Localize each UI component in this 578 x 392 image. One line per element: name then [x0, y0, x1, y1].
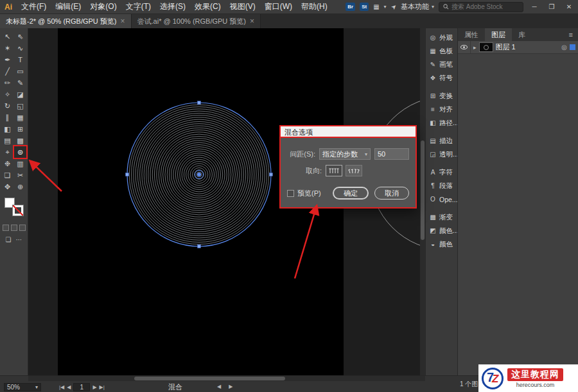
column-graph-tool[interactable]: ▥	[14, 158, 27, 169]
next-artboard-button[interactable]: ▶	[92, 384, 96, 390]
first-artboard-button[interactable]: |◀	[59, 384, 64, 390]
rail-item-appearance[interactable]: ◎外观	[426, 31, 457, 44]
dialog-title[interactable]: 混合选项	[281, 126, 416, 138]
selection-tool[interactable]: ↖	[1, 31, 14, 42]
menu-item[interactable]: 效果(C)	[190, 1, 225, 12]
type-tool[interactable]: T	[14, 54, 27, 65]
gradient-tool[interactable]: ▩	[14, 135, 27, 146]
document-tab[interactable]: 尝试.ai* @ 100% (RGB/GPU 预览)×	[132, 14, 261, 28]
panel-tab-属性[interactable]: 属性	[458, 28, 485, 41]
align-to-path-button[interactable]	[346, 165, 362, 176]
restore-button[interactable]: ❐	[545, 3, 558, 10]
previous-artboard-button[interactable]: ◀	[67, 384, 71, 390]
eyedropper-tool[interactable]: ⌖	[1, 146, 14, 158]
perspective-grid-tool[interactable]: ⊞	[14, 123, 27, 135]
workspace-switcher[interactable]: 基本功能 ▾	[401, 2, 434, 12]
rail-item-brushes[interactable]: ✎画笔	[426, 58, 457, 71]
shaper-tool[interactable]: ✧	[1, 89, 14, 100]
draw-behind-button[interactable]	[11, 225, 17, 231]
paintbrush-tool[interactable]: ✏	[1, 77, 14, 89]
menu-item[interactable]: 文字(T)	[121, 1, 155, 12]
symbol-sprayer-tool[interactable]: ❉	[1, 158, 14, 169]
vertical-scrollbar-thumb[interactable]	[421, 141, 425, 240]
rail-item-character[interactable]: A字符	[426, 166, 457, 179]
layer-name[interactable]: 图层 1	[496, 42, 516, 52]
free-transform-tool[interactable]: ▦	[14, 112, 27, 123]
scale-tool[interactable]: ◱	[14, 100, 27, 112]
draw-inside-button[interactable]	[19, 225, 26, 231]
rail-item-paragraph[interactable]: ¶段落	[426, 179, 457, 192]
menu-item[interactable]: 文件(F)	[17, 1, 51, 12]
last-artboard-button[interactable]: ▶|	[100, 384, 105, 390]
close-button[interactable]: ✕	[563, 3, 575, 10]
rail-item-transparency[interactable]: ◲透明...	[426, 148, 457, 161]
eraser-tool[interactable]: ◪	[14, 89, 27, 100]
rail-item-swatches[interactable]: ▦色板	[426, 44, 457, 58]
rail-item-stroke[interactable]: ▤描边	[426, 134, 457, 148]
menu-item[interactable]: 窗口(W)	[260, 1, 297, 12]
scroll-right-button[interactable]: ▶	[229, 384, 232, 389]
menu-item[interactable]: 对象(O)	[85, 1, 121, 12]
panel-tab-库[interactable]: 库	[512, 28, 532, 41]
lasso-tool[interactable]: ∿	[14, 42, 27, 54]
stock-icon[interactable]: St	[360, 3, 369, 11]
spacing-select[interactable]: 指定的步数 ▾	[319, 148, 371, 160]
artboard-tool[interactable]: ❏	[1, 169, 14, 181]
rail-item-color-guide[interactable]: ◩颜色...	[426, 224, 457, 237]
rotate-tool[interactable]: ↻	[1, 100, 14, 112]
ok-button[interactable]: 确定	[333, 187, 369, 200]
direct-selection-tool[interactable]: ⇖	[14, 31, 27, 42]
visibility-cell[interactable]	[458, 41, 471, 53]
document-tab[interactable]: 未标题-2* @ 50% (RGB/GPU 预览)×	[0, 14, 132, 28]
rail-item-pathfinder[interactable]: ◧路径...	[426, 116, 457, 130]
width-tool[interactable]: ∥	[1, 112, 14, 123]
vertical-scrollbar[interactable]	[420, 28, 425, 375]
menu-item[interactable]: 帮助(H)	[297, 1, 332, 12]
horizontal-scrollbar[interactable]	[28, 376, 425, 381]
cancel-button[interactable]: 取消	[374, 187, 409, 200]
search-input[interactable]	[451, 3, 517, 10]
pen-tool[interactable]: ✒	[1, 54, 14, 65]
zoom-tool[interactable]: ⊕	[14, 181, 27, 192]
slice-tool[interactable]: ✂	[14, 169, 27, 181]
rail-item-align[interactable]: ≡对齐	[426, 103, 457, 116]
horizontal-scrollbar-thumb[interactable]	[134, 377, 285, 380]
stock-search[interactable]	[439, 2, 523, 12]
rail-item-gradient[interactable]: ▩渐变	[426, 210, 457, 224]
rail-item-transform[interactable]: ⊞变换	[426, 89, 457, 103]
rail-item-symbols[interactable]: ❖符号	[426, 71, 457, 85]
pencil-tool[interactable]: ✎	[14, 77, 27, 89]
panel-menu-icon[interactable]: ≡	[569, 31, 578, 38]
artboard-number-input[interactable]	[73, 383, 90, 391]
blend-tool[interactable]: ⊚	[14, 146, 27, 158]
mesh-tool[interactable]: ▤	[1, 135, 14, 146]
tab-close-icon[interactable]: ×	[121, 17, 125, 26]
scroll-left-button[interactable]: ◀	[217, 384, 221, 389]
layer-row[interactable]: ▸ 图层 1 ◎	[458, 41, 578, 54]
panel-tab-图层[interactable]: 图层	[485, 28, 512, 41]
minimize-button[interactable]: ─	[528, 3, 541, 10]
rail-item-opentype[interactable]: OOpe...	[426, 192, 457, 206]
tab-close-icon[interactable]: ×	[250, 17, 254, 26]
rail-item-color[interactable]: ◒颜色	[426, 237, 457, 251]
zoom-select[interactable]: 50% ▾	[4, 383, 41, 391]
expand-layer-icon[interactable]: ▸	[473, 44, 477, 51]
layer-selection-indicator[interactable]	[570, 44, 575, 50]
edit-toolbar-icon[interactable]: ⋯	[15, 236, 22, 243]
layer-target-icon[interactable]: ◎	[561, 44, 567, 51]
menu-item[interactable]: 编辑(E)	[51, 1, 85, 12]
align-to-page-button[interactable]	[326, 165, 342, 176]
change-screen-mode-icon[interactable]: ❏	[6, 236, 12, 243]
gpu-performance-icon[interactable]: ➤	[389, 3, 398, 12]
magic-wand-tool[interactable]: ✶	[1, 42, 14, 54]
stroke-color-swatch[interactable]	[13, 205, 23, 216]
menu-item[interactable]: 视图(V)	[225, 1, 260, 12]
bridge-icon[interactable]: Br	[346, 3, 355, 11]
rectangle-tool[interactable]: ▭	[14, 65, 27, 77]
line-segment-tool[interactable]: ╱	[1, 65, 14, 77]
hand-tool[interactable]: ✥	[1, 181, 14, 192]
menu-item[interactable]: 选择(S)	[155, 1, 190, 12]
arrange-documents-icon[interactable]: ▦	[373, 3, 379, 10]
steps-input[interactable]	[374, 148, 409, 160]
draw-normal-button[interactable]	[3, 225, 9, 231]
